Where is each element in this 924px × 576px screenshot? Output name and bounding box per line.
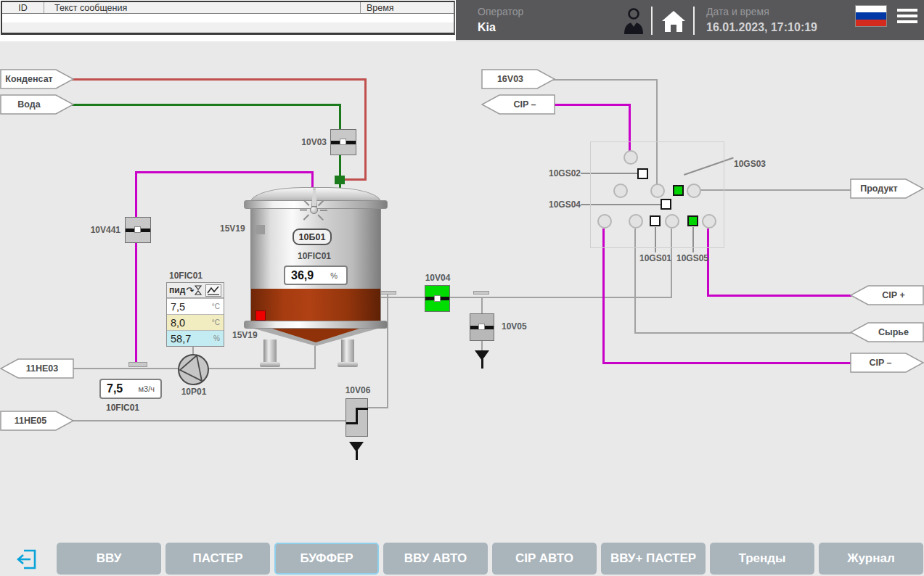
valve-position-10gs05[interactable]: [687, 215, 698, 226]
port-circle: [665, 214, 679, 229]
sensor-tee: [473, 291, 489, 295]
nav-vvu-avto[interactable]: ВВУ АВТО: [383, 543, 488, 575]
pipe-tank-outlet: [377, 297, 672, 298]
pump-label: 10P01: [176, 387, 211, 397]
alarm-row-empty-2: [2, 22, 454, 33]
port-circle: [629, 214, 643, 229]
flag-cip-plus: CIP +: [850, 285, 924, 305]
nav-vvu[interactable]: ВВУ: [57, 543, 161, 575]
valve-position-10gs04[interactable]: [661, 199, 671, 210]
svg-text:Сырье: Сырье: [878, 327, 909, 337]
vessel-tag: 10Б01: [293, 229, 332, 245]
pipe-he05: [69, 420, 346, 421]
port-circle: [687, 184, 701, 198]
pipe-condensate-drop: [364, 78, 367, 181]
nav-vvu-paster[interactable]: ВВУ+ ПАСТЕР: [601, 543, 706, 575]
flag-he05: 11HE05: [0, 411, 74, 431]
pipe-cip-minus-bottom: [602, 362, 851, 364]
flag-raw: Сырье: [850, 322, 924, 342]
valve-position-10gs03[interactable]: [673, 185, 684, 196]
user-icon: [623, 7, 645, 35]
datetime-label: Дата и время: [706, 6, 769, 17]
svg-text:CIP +: CIP +: [882, 290, 904, 300]
valve-position-10gs01[interactable]: [650, 215, 661, 226]
port-circle: [650, 184, 665, 198]
pipe-raw: [634, 332, 851, 334]
exit-button[interactable]: [15, 547, 39, 572]
port-circle: [624, 150, 638, 165]
port-circle: [613, 184, 628, 198]
pipe-v06-in: [367, 407, 388, 408]
top-bar: ID Текст сообщения Время Оператор Kia Да…: [0, 0, 924, 41]
menu-button[interactable]: [897, 9, 917, 23]
home-button[interactable]: [661, 9, 687, 33]
tank-tag-label-2: 15V19: [232, 330, 258, 340]
pid-trend-icon[interactable]: [205, 284, 221, 297]
pipe-cip-plus: [707, 295, 851, 297]
operator-name: Kia: [478, 21, 496, 34]
level-transmitter-tag: 10FIC01: [298, 251, 331, 261]
pipe-v05-tee: [481, 297, 483, 315]
nav-journal[interactable]: Журнал: [819, 543, 923, 575]
pid-valve-icon: [195, 285, 202, 295]
pipe-cip-v441: [135, 171, 137, 363]
pump-10p01[interactable]: [177, 353, 210, 386]
language-flag-russia[interactable]: [855, 5, 887, 27]
flag-water: Вода: [0, 94, 74, 115]
hmi-screen: ID Текст сообщения Время Оператор Kia Да…: [0, 0, 924, 576]
svg-text:Вода: Вода: [17, 99, 41, 110]
pipe-cip-spray: [135, 171, 314, 173]
port-circle: [597, 214, 612, 229]
valve-position-10gs02[interactable]: [637, 168, 648, 179]
nav-trends[interactable]: Тренды: [710, 543, 814, 575]
flag-16v03: 16V03: [481, 69, 555, 89]
tank-status-indicator: [255, 225, 265, 234]
tank-alarm-indicator: [255, 310, 266, 321]
datetime-value: 16.01.2023, 17:10:19: [706, 21, 817, 34]
nav-paster[interactable]: ПАСТЕР: [165, 543, 270, 575]
svg-text:11HE05: 11HE05: [15, 416, 47, 426]
nav-bar: ВВУ ПАСТЕР БУФФЕР ВВУ АВТО CIP АВТО ВВУ+…: [0, 541, 924, 576]
nav-buffer[interactable]: БУФФЕР: [274, 543, 379, 575]
gs04-label: 10GS04: [546, 199, 581, 210]
pid-tag: 10FIC01: [169, 271, 203, 281]
flow-tag: 10FIC01: [106, 403, 139, 413]
level-unit: %: [330, 271, 346, 280]
valve-10v04[interactable]: [425, 285, 450, 312]
drain-stem-v05: [481, 359, 483, 369]
flow-value-box[interactable]: 7,5 м3/ч: [99, 379, 162, 399]
alarm-message-table[interactable]: ID Текст сообщения Время: [1, 1, 455, 35]
spray-ball-icon: [310, 206, 318, 214]
pid-mode: пид: [169, 285, 185, 295]
valve-10v04-label: 10V04: [424, 273, 451, 283]
svg-text:CIP –: CIP –: [513, 99, 536, 110]
svg-text:Продукт: Продукт: [860, 184, 898, 194]
alarm-col-time: Время: [361, 2, 454, 13]
level-value-box[interactable]: 36,9 %: [284, 266, 348, 285]
valve-10v05-label: 10V05: [502, 321, 527, 332]
operator-label: Оператор: [478, 6, 523, 17]
alarm-col-text: Текст сообщения: [44, 2, 361, 13]
pipe-cip-minus-top: [555, 104, 631, 106]
valve-10v03-label: 10V03: [293, 137, 327, 147]
valve-10v06[interactable]: [346, 398, 368, 437]
pipe-v05-drain: [481, 340, 483, 351]
drain-stem-v06: [356, 450, 358, 460]
nav-cip-avto[interactable]: CIP АВТО: [492, 543, 597, 575]
level-value: 36,9: [285, 269, 314, 282]
svg-text:16V03: 16V03: [497, 74, 523, 84]
valve-10v441[interactable]: [125, 217, 151, 243]
valve-10v03[interactable]: [330, 129, 356, 155]
flag-condensate: Конденсат: [0, 69, 74, 89]
svg-text:11HE03: 11HE03: [26, 363, 59, 374]
pipe-water: [71, 104, 341, 106]
alarm-message-area: ID Текст сообщения Время: [0, 0, 456, 41]
pid-faceplate[interactable]: пид ↷ 7,5°C 8,0°C 58,7%: [166, 282, 224, 347]
alarm-table-header: ID Текст сообщения Время: [2, 2, 454, 14]
valve-10v05[interactable]: [470, 313, 494, 341]
gs01-label: 10GS01: [639, 253, 671, 263]
svg-text:Конденсат: Конденсат: [5, 74, 52, 84]
tank-liquid: [251, 289, 380, 322]
pipe-condensate: [71, 78, 367, 81]
valve-10v06-label: 10V06: [344, 385, 372, 395]
